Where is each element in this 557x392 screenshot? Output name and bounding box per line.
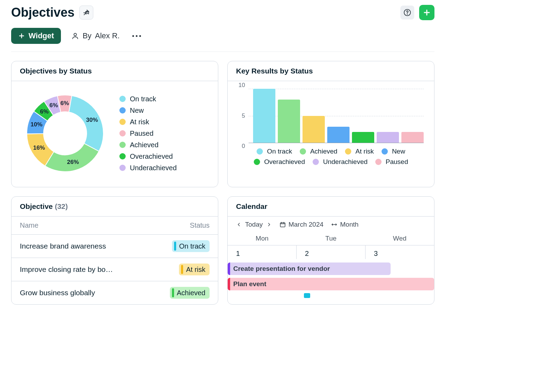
cal-today-button[interactable]: Today: [245, 221, 263, 228]
col-status[interactable]: Status: [190, 221, 210, 229]
legend-dot-icon: [119, 107, 126, 113]
cal-scope-label: Month: [340, 221, 359, 228]
cal-day-header: Tue: [297, 235, 366, 242]
objective-count: (32): [55, 202, 68, 210]
legend-label: New: [130, 107, 144, 115]
help-icon: [403, 9, 411, 16]
cal-month-picker[interactable]: March 2024: [280, 221, 323, 228]
key-results-by-status-card: Key Results by Status 1050 On trackAchie…: [227, 61, 434, 187]
objective-list-card: Objective (32) Name Status Increase bran…: [11, 196, 218, 305]
card-title: Key Results by Status: [228, 61, 434, 81]
donut-slice-label: 6%: [61, 100, 69, 107]
cal-prev-button[interactable]: [236, 222, 242, 227]
legend-item[interactable]: Underachieved: [313, 158, 368, 166]
add-button[interactable]: [419, 5, 434, 20]
legend-item[interactable]: Overachieved: [119, 152, 177, 160]
legend-item[interactable]: At risk: [345, 148, 374, 155]
bar[interactable]: [377, 132, 399, 143]
add-widget-button[interactable]: Widget: [11, 28, 61, 44]
bar[interactable]: [401, 132, 424, 143]
objective-name: Grow business globally: [20, 289, 170, 297]
cal-day-header: Mon: [228, 235, 297, 242]
legend-label: On track: [267, 148, 292, 155]
pin-icon: [83, 9, 90, 16]
legend-dot-icon: [119, 130, 126, 136]
objective-name: Increase brand awareness: [20, 242, 172, 250]
legend-dot-icon: [300, 148, 306, 155]
donut-slice-label: 6%: [40, 108, 49, 115]
donut-slice-label: 26%: [67, 159, 79, 165]
cal-day-cell[interactable]: 3: [366, 245, 434, 259]
author-prefix: By: [83, 31, 92, 40]
pin-button[interactable]: [79, 6, 93, 19]
cal-day-cell[interactable]: 2: [297, 245, 366, 259]
calendar-card: Calendar Today March 2024: [227, 196, 434, 305]
svg-point-2: [74, 33, 76, 36]
legend-label: At risk: [355, 148, 374, 155]
event-bar-icon: [228, 262, 230, 275]
legend-item[interactable]: Achieved: [119, 141, 177, 149]
legend-item[interactable]: Overachieved: [254, 158, 305, 166]
cal-day-header: Wed: [365, 235, 434, 242]
cal-month-label: March 2024: [289, 221, 323, 228]
calendar-event[interactable]: [304, 293, 310, 298]
cal-day-cell[interactable]: 1: [228, 245, 297, 259]
cal-scope-picker[interactable]: Month: [331, 221, 359, 228]
calendar-icon: [280, 221, 286, 228]
status-label: Achieved: [177, 289, 205, 297]
legend-item[interactable]: On track: [257, 148, 292, 155]
legend-item[interactable]: Paused: [375, 158, 408, 166]
legend-label: Achieved: [310, 148, 337, 155]
legend-label: Paused: [130, 130, 154, 138]
legend-item[interactable]: Underachieved: [119, 164, 177, 172]
legend-label: On track: [130, 95, 156, 103]
table-row[interactable]: Improve closing rate by bo… At risk: [11, 258, 218, 281]
more-button[interactable]: [130, 33, 143, 39]
legend-item[interactable]: New: [119, 107, 177, 115]
bar[interactable]: [327, 127, 350, 143]
legend-label: Overachieved: [130, 152, 173, 160]
legend-item[interactable]: Achieved: [300, 148, 337, 155]
donut-slice-label: 30%: [86, 117, 98, 123]
legend-dot-icon: [119, 96, 126, 102]
legend-dot-icon: [254, 159, 260, 165]
table-row[interactable]: Increase brand awareness On track: [11, 235, 218, 258]
cal-next-button[interactable]: [266, 222, 272, 227]
user-icon: [71, 32, 79, 40]
legend-item[interactable]: On track: [119, 95, 177, 103]
status-label: At risk: [186, 266, 205, 274]
bar[interactable]: [352, 132, 374, 143]
legend-dot-icon: [257, 148, 263, 155]
legend-dot-icon: [119, 153, 126, 159]
col-name[interactable]: Name: [20, 221, 190, 229]
dot-icon: [132, 35, 134, 37]
donut-slice-label: 10%: [31, 121, 42, 128]
legend-dot-icon: [119, 165, 126, 171]
legend-dot-icon: [119, 119, 126, 125]
bar[interactable]: [303, 116, 325, 143]
card-title: Objectives by Status: [11, 61, 218, 81]
dot-icon: [139, 35, 141, 37]
card-title: Objective (32): [11, 197, 218, 217]
bar[interactable]: [278, 100, 300, 143]
legend-item[interactable]: New: [382, 148, 405, 155]
status-badge: On track: [172, 240, 210, 252]
status-badge: Achieved: [170, 287, 210, 299]
legend-item[interactable]: Paused: [119, 130, 177, 138]
event-bar-icon: [228, 278, 230, 290]
legend-item[interactable]: At risk: [119, 118, 177, 126]
legend-dot-icon: [345, 148, 351, 155]
author-chip[interactable]: By Alex R.: [71, 31, 120, 40]
svg-point-1: [407, 14, 407, 14]
table-header: Name Status: [11, 217, 218, 235]
calendar-event[interactable]: Create presentation for vendor: [228, 262, 391, 275]
donut-slice[interactable]: [69, 96, 103, 151]
calendar-event[interactable]: Plan event: [228, 278, 434, 290]
table-row[interactable]: Grow business globally Achieved: [11, 281, 218, 304]
donut-slice[interactable]: [45, 143, 99, 172]
legend-dot-icon: [382, 148, 388, 155]
help-button[interactable]: [400, 6, 414, 19]
plus-icon: [18, 32, 25, 39]
bar[interactable]: [253, 89, 275, 143]
status-label: On track: [179, 242, 205, 250]
